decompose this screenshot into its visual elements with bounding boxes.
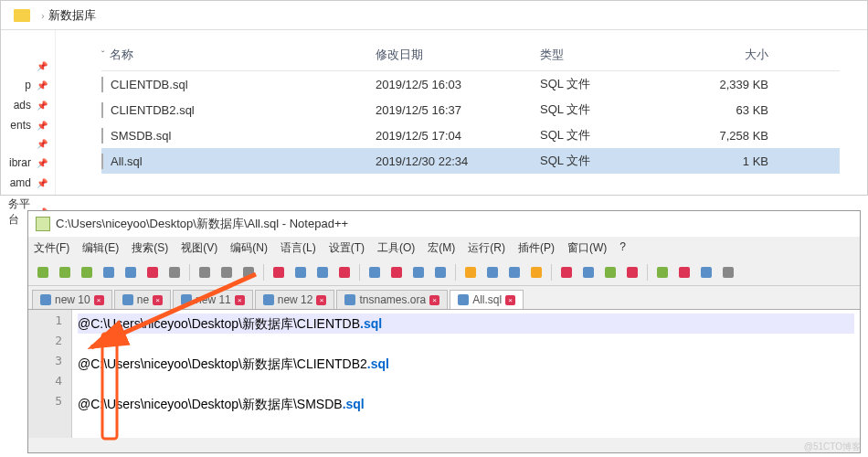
toolbar-button[interactable] [579,263,598,282]
toolbar-button[interactable] [313,263,332,282]
editor-tab[interactable]: ne× [114,290,171,309]
sidebar-item[interactable]: p📌 [1,75,55,95]
svg-rect-7 [199,267,210,278]
breadcrumb-label[interactable]: 新数据库 [48,7,96,24]
toolbar-button[interactable] [100,263,118,282]
menu-item[interactable]: 文件(F) [34,240,69,256]
menu-item[interactable]: 运行(R) [468,240,505,256]
code-line[interactable]: @C:\Users\niceyoo\Desktop\新数据库\SMSDB.sql [78,394,854,414]
editor-tab[interactable]: new 11× [173,290,253,309]
editor-tab[interactable]: new 12× [255,290,335,309]
toolbar-button[interactable] [431,263,450,282]
toolbar-button[interactable] [56,263,74,282]
line-gutter: 12345 [28,310,72,438]
file-row[interactable]: CLIENTDB.sql2019/12/5 16:03SQL 文件2,339 K… [101,71,840,97]
toolbar-button[interactable] [409,263,428,282]
toolbar-button[interactable] [623,263,641,282]
sidebar-item[interactable]: ents📌 [1,115,55,135]
svg-rect-1 [59,267,70,278]
close-icon[interactable]: × [235,295,245,305]
svg-rect-8 [221,267,232,278]
toolbar-button[interactable] [527,263,545,282]
toolbar-button[interactable] [78,263,96,282]
menubar: 文件(F)编辑(E)搜索(S)视图(V)编码(N)语言(L)设置(T)工具(O)… [28,237,860,260]
menu-item[interactable]: ? [619,240,626,256]
editor[interactable]: 12345 @C:\Users\niceyoo\Desktop\新数据库\CLI… [28,310,860,438]
menu-item[interactable]: 编辑(E) [82,240,119,256]
toolbar-button[interactable] [34,263,52,282]
menu-item[interactable]: 宏(M) [428,240,455,256]
toolbar-button[interactable] [697,263,715,282]
editor-tab[interactable]: tnsnames.ora× [336,290,448,309]
line-number: 1 [28,314,71,334]
toolbar-button[interactable] [143,263,162,282]
toolbar-button[interactable] [461,263,480,282]
close-icon[interactable]: × [429,295,439,305]
window-titlebar[interactable]: C:\Users\niceyoo\Desktop\新数据库\All.sql - … [28,211,860,237]
toolbar-button[interactable] [505,263,524,282]
code-area[interactable]: @C:\Users\niceyoo\Desktop\新数据库\CLIENTDB.… [72,310,860,438]
code-line[interactable]: @C:\Users\niceyoo\Desktop\新数据库\CLIENTDB.… [78,314,854,334]
file-row[interactable]: SMSDB.sql2019/12/5 17:04SQL 文件7,258 KB [101,122,840,148]
toolbar-button[interactable] [387,263,406,282]
sidebar-item[interactable]: 📌 [1,135,55,153]
toolbar-button[interactable] [675,263,693,282]
toolbar-button[interactable] [196,263,214,282]
close-icon[interactable]: × [153,295,163,305]
code-line[interactable]: @C:\Users\niceyoo\Desktop\新数据库\CLIENTDB2… [78,354,854,374]
close-icon[interactable]: × [505,295,515,305]
svg-rect-29 [723,267,734,278]
toolbar-button[interactable] [270,263,288,282]
sidebar-item[interactable]: ibrar📌 [1,153,55,173]
toolbar-button[interactable] [291,263,310,282]
window-title: C:\Users\niceyoo\Desktop\新数据库\All.sql - … [56,216,348,232]
svg-rect-18 [465,267,476,278]
col-name[interactable]: 名称 [110,48,133,61]
toolbar-button[interactable] [557,263,576,282]
close-icon[interactable]: × [316,295,326,305]
svg-rect-10 [273,267,284,278]
svg-rect-15 [391,267,402,278]
notepad-window: C:\Users\niceyoo\Desktop\新数据库\All.sql - … [27,210,861,453]
editor-tab[interactable]: All.sql× [450,290,524,309]
toolbar-button[interactable] [239,263,258,282]
breadcrumb[interactable]: › 新数据库 [1,1,867,30]
menu-item[interactable]: 视图(V) [181,240,217,256]
code-line[interactable] [78,334,854,354]
col-type[interactable]: 类型 [540,47,668,63]
sidebar-item[interactable]: amd📌 [1,173,55,193]
code-line[interactable] [78,374,854,394]
toolbar-button[interactable] [165,263,184,282]
menu-item[interactable]: 工具(O) [377,240,415,256]
toolbar-button[interactable] [217,263,236,282]
svg-rect-16 [413,267,424,278]
col-size[interactable]: 大小 [668,47,768,63]
menu-item[interactable]: 语言(L) [281,240,316,256]
menu-item[interactable]: 搜索(S) [132,240,168,256]
file-row[interactable]: All.sql2019/12/30 22:34SQL 文件1 KB [101,148,840,174]
menu-item[interactable]: 编码(N) [230,240,268,256]
menu-item[interactable]: 窗口(W) [567,240,607,256]
toolbar-button[interactable] [335,263,354,282]
close-icon[interactable]: × [94,295,104,305]
svg-rect-0 [37,267,48,278]
svg-rect-4 [125,267,136,278]
toolbar-button[interactable] [483,263,502,282]
menu-item[interactable]: 设置(T) [329,240,365,256]
file-icon [458,294,469,305]
toolbar-button[interactable] [719,263,737,282]
menu-item[interactable]: 插件(P) [518,240,555,256]
toolbar-button[interactable] [601,263,619,282]
file-row[interactable]: CLIENTDB2.sql2019/12/5 16:37SQL 文件63 KB [101,97,840,122]
col-date[interactable]: 修改日期 [376,47,540,63]
sidebar-item[interactable]: ads📌 [1,95,55,115]
toolbar-button[interactable] [653,263,672,282]
file-explorer: › 新数据库 📌p📌ads📌ents📌📌ibrar📌amd📌务平台📌📌 ˇ名称 … [0,0,868,196]
sidebar-item[interactable]: 📌 [1,58,55,75]
toolbar-button[interactable] [122,263,140,282]
svg-rect-6 [169,267,180,278]
editor-tab[interactable]: new 10× [32,290,112,309]
chevron-down-icon[interactable]: ˇ [101,50,104,60]
watermark: @51CTO博客 [804,441,861,453]
toolbar-button[interactable] [365,263,384,282]
